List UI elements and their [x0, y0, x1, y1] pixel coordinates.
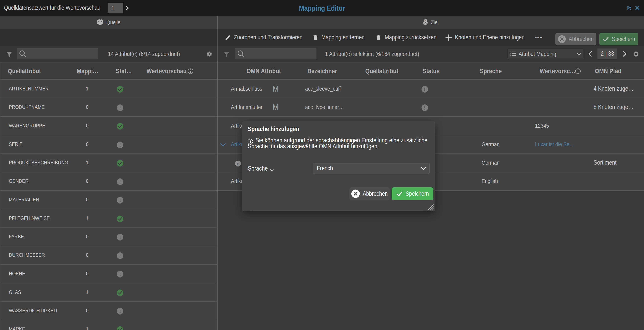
svg-text:P: P — [425, 19, 426, 21]
svg-text:P: P — [237, 162, 239, 166]
